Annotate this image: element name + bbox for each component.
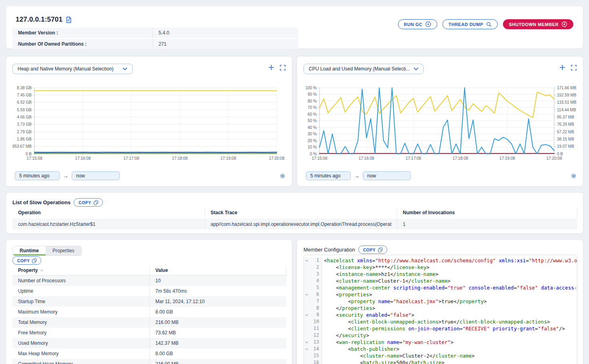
line-number: 13 <box>310 339 322 346</box>
column-header[interactable]: Stack Trace <box>205 208 397 217</box>
expand-icon[interactable] <box>280 65 285 70</box>
code-text: <management-center scripting-enabled="tr… <box>322 284 577 291</box>
svg-text:171.66 MB: 171.66 MB <box>557 86 577 90</box>
cell: 73.62 MB <box>149 328 286 338</box>
thread-dump-button[interactable]: THREAD DUMP <box>442 19 498 29</box>
table-row: Committed Heap Memory216.00 MB <box>12 359 286 364</box>
code-line: 16 <batch-size>500</batch-size> <box>304 359 577 364</box>
cpu-memory-chart-panel: CPU Load and Used Memory (Manual Selecti… <box>297 56 583 187</box>
slow-operations-panel: List of Slow Operations COPY OperationSt… <box>6 192 583 234</box>
svg-text:80 %: 80 % <box>308 99 317 103</box>
member-actions: RUN GC THREAD DUMP SHUTDOWN MEMBER <box>398 19 573 29</box>
runtime-panel: Runtime Properties COPY Property Value N… <box>6 239 292 364</box>
svg-text:4.66 GB: 4.66 GB <box>17 115 32 119</box>
tab-properties[interactable]: Properties <box>46 246 81 255</box>
gutter: 14 <box>304 346 322 352</box>
svg-text:5.59 GB: 5.59 GB <box>17 108 32 112</box>
member-configuration-panel: Member Configuration COPY 1<hazelcast xm… <box>297 239 583 364</box>
config-code-editor[interactable]: 1<hazelcast xmlns="http://www.hazelcast.… <box>304 255 577 364</box>
tab-runtime[interactable]: Runtime <box>13 246 46 255</box>
run-gc-button[interactable]: RUN GC <box>398 19 437 29</box>
svg-text:17:18:08: 17:18:08 <box>452 156 468 161</box>
expand-icon[interactable] <box>571 65 577 70</box>
svg-text:0 B: 0 B <box>557 152 563 156</box>
column-header-value[interactable]: Value <box>149 265 286 275</box>
svg-text:17:16:08: 17:16:08 <box>75 156 91 161</box>
member-title-row: 127.0.0.1:5701 <box>16 16 72 24</box>
cell: Used Memory <box>12 338 149 348</box>
fold-icon[interactable] <box>304 259 310 262</box>
cpu-memory-chart: 100 %90 %80 %70 %60 %50 %40 %30 %20 %10 … <box>300 81 581 163</box>
fold-icon[interactable] <box>304 348 310 351</box>
svg-text:90 %: 90 % <box>308 92 317 97</box>
code-line: 10 <client-block-unmapped-actions>true</… <box>304 318 577 325</box>
cell: Total Memory <box>12 317 149 328</box>
code-line: 9 <security enabled="false"> <box>304 312 577 318</box>
copy-button[interactable]: COPY <box>358 245 387 254</box>
table-row: Free Memory73.62 MB <box>12 328 286 338</box>
gutter: 5 <box>304 284 322 291</box>
fold-icon[interactable] <box>304 293 310 296</box>
svg-text:17:15:08: 17:15:08 <box>312 156 328 161</box>
gutter: 16 <box>304 359 322 364</box>
cell: 216.00 MB <box>149 359 286 364</box>
cell: Startup Time <box>12 296 149 307</box>
svg-text:70 %: 70 % <box>308 105 317 110</box>
table-row: Maximum Memory8.00 GB <box>12 307 286 317</box>
code-line: 2 <license-key>****</license-key> <box>304 264 577 271</box>
gutter: 11 <box>304 325 322 332</box>
svg-text:17:20:08: 17:20:08 <box>547 156 562 161</box>
column-header[interactable]: Operation <box>12 208 205 217</box>
code-text: <security enabled="false"> <box>322 312 577 318</box>
heap-chart-metric-select[interactable]: Heap and Native Memory (Manual Selection… <box>12 64 133 74</box>
code-text: <instance-name>hz1</instance-name> <box>322 271 577 278</box>
arrow-right-icon: → <box>63 173 68 179</box>
time-range-from-input[interactable]: 5 minutes ago <box>306 171 351 180</box>
cell: 142.37 MB <box>149 338 286 348</box>
copy-address-icon[interactable] <box>66 16 72 23</box>
search-icon <box>486 22 492 27</box>
svg-text:30 %: 30 % <box>308 132 317 136</box>
add-chart-icon[interactable] <box>559 64 565 70</box>
svg-text:20 %: 20 % <box>308 139 317 143</box>
gutter: 9 <box>304 312 322 318</box>
svg-text:60 %: 60 % <box>308 112 317 117</box>
svg-text:0 %: 0 % <box>310 152 317 156</box>
fold-icon[interactable] <box>304 314 310 317</box>
time-range-to-input[interactable]: now <box>72 171 120 180</box>
chart-settings-icon[interactable] <box>279 173 285 179</box>
code-text: </security> <box>322 332 577 339</box>
add-chart-icon[interactable] <box>268 64 274 70</box>
code-line: 8 </properties> <box>304 305 577 312</box>
svg-text:17:19:08: 17:19:08 <box>499 156 515 161</box>
svg-text:50 %: 50 % <box>308 119 317 123</box>
column-header[interactable]: Number of Invocations <box>397 208 577 217</box>
cpu-chart-metric-select[interactable]: CPU Load and Used Memory (Manual Selecti… <box>304 64 424 74</box>
time-range-to-input[interactable]: now <box>363 171 411 180</box>
line-number: 12 <box>310 332 322 339</box>
code-text: <cluster-name>Cluster-2</cluster-name> <box>322 352 577 359</box>
shutdown-member-button[interactable]: SHUTDOWN MEMBER <box>503 19 573 29</box>
code-text: <license-key>****</license-key> <box>322 264 577 271</box>
svg-text:0 B: 0 B <box>26 152 32 156</box>
heap-memory-chart: 8.38 GB7.45 GB6.52 GB5.59 GB4.66 GB3.73 … <box>9 81 289 163</box>
column-header-property[interactable]: Property <box>12 265 149 275</box>
cell: com.hazelcast.hzstarter.HzStarter$1 <box>12 219 205 229</box>
copy-button[interactable]: COPY <box>12 256 41 265</box>
gutter: 7 <box>304 298 322 305</box>
gutter: 10 <box>304 318 322 325</box>
line-number: 11 <box>310 325 322 332</box>
code-text: <batch-publisher> <box>322 346 577 352</box>
table-row: Total Memory216.00 MB <box>12 317 286 328</box>
time-range-from-input[interactable]: 5 minutes ago <box>15 171 60 180</box>
line-number: 15 <box>310 352 322 359</box>
line-number: 1 <box>310 257 322 264</box>
code-text: <client-permissions on-join-operation="R… <box>322 325 577 332</box>
copy-button[interactable]: COPY <box>74 198 103 207</box>
svg-text:17:16:08: 17:16:08 <box>359 156 374 161</box>
fold-icon[interactable] <box>304 341 310 344</box>
chart-settings-icon[interactable] <box>571 173 577 179</box>
member-summary-panel: 127.0.0.1:5701 RUN GC THREAD DUMP SHUTDO… <box>6 6 583 49</box>
svg-text:76.29 MB: 76.29 MB <box>557 122 574 127</box>
line-number: 7 <box>310 298 322 305</box>
